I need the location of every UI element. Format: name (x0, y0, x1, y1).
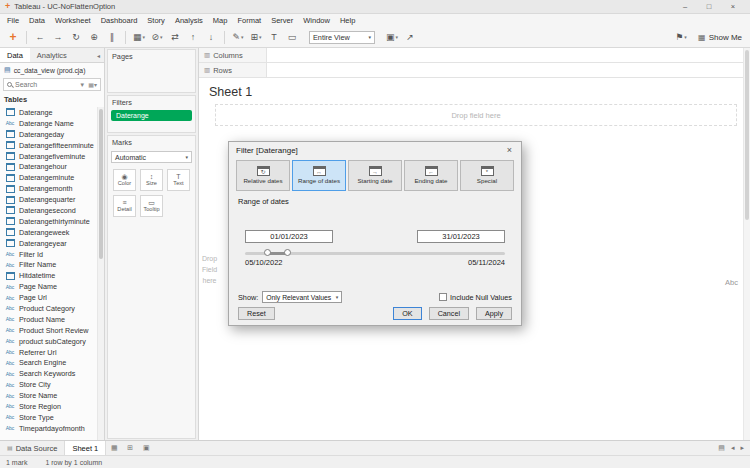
end-date-input[interactable] (417, 230, 505, 243)
Referrer Url[interactable]: Referrer Url (0, 347, 97, 358)
data-source-connection[interactable]: ▤ cc_data_view (prod.cja) (0, 63, 104, 77)
menu-item[interactable]: Story (142, 16, 170, 25)
Store Name[interactable]: Store Name (0, 390, 97, 401)
Store Region[interactable]: Store Region (0, 401, 97, 412)
Daterangeweek[interactable]: Daterangeweek (0, 227, 97, 238)
tab-data[interactable]: Data (0, 48, 30, 62)
show-mark-labels-icon[interactable]: T (267, 29, 281, 45)
show-filmstrip-button[interactable]: ▤ (718, 444, 725, 452)
filter-funnel-icon[interactable]: ▼ (79, 82, 85, 88)
scrollbar-thumb[interactable] (745, 50, 749, 220)
Daterangefiveminute[interactable]: Daterangefiveminute (0, 151, 97, 162)
Store City[interactable]: Store City (0, 379, 97, 390)
tooltip-button[interactable]: ▭ Tooltip (140, 195, 163, 217)
Search Engine[interactable]: Search Engine (0, 357, 97, 368)
new-worksheet-icon[interactable]: ▦ (132, 29, 146, 45)
swap-axes-icon[interactable]: ⇄ (168, 29, 182, 45)
close-button[interactable]: × (721, 2, 745, 11)
data-pane-scrollbar[interactable] (97, 107, 104, 440)
sort-descending-icon[interactable]: ↓ (204, 29, 218, 45)
view-options-icon[interactable]: ▦▾ (88, 82, 97, 88)
menu-item[interactable]: Dashboard (96, 16, 143, 25)
Daterangethirtyminute[interactable]: Daterangethirtyminute (0, 216, 97, 227)
pages-card[interactable]: Pages (107, 49, 196, 93)
new-dashboard-tab-button[interactable]: ⊞ (122, 441, 138, 455)
Product Short Review[interactable]: Product Short Review (0, 325, 97, 336)
Daterangeyear[interactable]: Daterangeyear (0, 238, 97, 249)
show-values-dropdown[interactable]: Only Relevant Values ▾ (262, 291, 342, 303)
close-icon[interactable]: × (505, 146, 514, 155)
Daterangefifteenminute[interactable]: Daterangefifteenminute (0, 140, 97, 151)
Daterangehour[interactable]: Daterangehour (0, 161, 97, 172)
detail-button[interactable]: ≡ Detail (113, 195, 136, 217)
Page Url[interactable]: Page Url (0, 292, 97, 303)
cancel-button[interactable]: Cancel (429, 307, 469, 320)
Daterangeday[interactable]: Daterangeday (0, 129, 97, 140)
share-icon[interactable]: ↗ (403, 29, 417, 45)
highlight-icon[interactable]: ✎ (231, 29, 245, 45)
scrollbar-thumb[interactable] (99, 109, 103, 259)
show-me-button[interactable]: ▦ Show Me (698, 33, 742, 42)
tab-scroll-left-button[interactable]: ◂ (731, 444, 735, 452)
minimize-button[interactable]: – (673, 2, 697, 11)
menu-item[interactable]: Server (266, 16, 298, 25)
ok-button[interactable]: OK (393, 307, 421, 320)
drop-field-zone-left[interactable]: Drop Field here (200, 253, 219, 287)
Daterange Name[interactable]: Daterange Name (0, 118, 97, 129)
canvas-scrollbar[interactable] (743, 48, 750, 440)
reset-button[interactable]: Reset (238, 307, 275, 320)
Daterangequarter[interactable]: Daterangequarter (0, 194, 97, 205)
Daterange[interactable]: Daterange (0, 107, 97, 118)
columns-shelf[interactable]: ▥ Columns (199, 48, 750, 63)
Daterangeminute[interactable]: Daterangeminute (0, 172, 97, 183)
search-input[interactable] (15, 81, 76, 88)
tab-data-source[interactable]: ▤ Data Source (0, 441, 65, 455)
Product Category[interactable]: Product Category (0, 303, 97, 314)
Filter Name[interactable]: Filter Name (0, 259, 97, 270)
Page Name[interactable]: Page Name (0, 281, 97, 292)
product subCategory[interactable]: product subCategory (0, 336, 97, 347)
menu-item[interactable]: Data (24, 16, 50, 25)
group-icon[interactable]: ⊞ (249, 29, 263, 45)
new-story-tab-button[interactable]: ▣ (138, 441, 154, 455)
presentation-mode-icon[interactable]: ▣ (385, 29, 399, 45)
date-range-slider[interactable] (245, 249, 505, 257)
Product Name[interactable]: Product Name (0, 314, 97, 325)
menu-item[interactable]: Analysis (170, 16, 208, 25)
tableau-logo-icon[interactable]: + (6, 29, 20, 45)
Hitdatetime[interactable]: Hitdatetime (0, 270, 97, 281)
menu-item[interactable]: File (2, 16, 24, 25)
filter-type-tab[interactable]: * Special (460, 160, 514, 191)
text-button[interactable]: T Text (167, 169, 190, 191)
apply-button[interactable]: Apply (476, 307, 512, 320)
filter-type-tab[interactable]: ← Ending date (404, 160, 458, 191)
menu-item[interactable]: Window (298, 16, 335, 25)
rows-shelf[interactable]: ▥ Rows (199, 63, 750, 78)
clear-sheet-icon[interactable]: ⊘ (150, 29, 164, 45)
menu-item[interactable]: Worksheet (50, 16, 96, 25)
Timepartdayofmonth[interactable]: Timepartdayofmonth (0, 423, 97, 434)
tab-scroll-right-button[interactable]: ▸ (740, 444, 744, 452)
size-button[interactable]: ↕ Size (140, 169, 163, 191)
color-button[interactable]: ◉ Color (113, 169, 136, 191)
drop-field-zone-top[interactable]: Drop field here (215, 104, 737, 126)
new-worksheet-tab-button[interactable]: ▦ (106, 441, 122, 455)
tab-sheet-1[interactable]: Sheet 1 (65, 441, 106, 455)
include-null-checkbox[interactable] (439, 293, 447, 301)
Store Type[interactable]: Store Type (0, 412, 97, 423)
tab-analytics[interactable]: Analytics (30, 48, 74, 62)
menu-item[interactable]: Help (335, 16, 360, 25)
tooltip-flag-icon[interactable]: ⚑ (674, 29, 688, 45)
filter-pill[interactable]: Daterange (111, 110, 192, 121)
menu-item[interactable]: Format (232, 16, 266, 25)
undo-icon[interactable]: ← (33, 29, 47, 45)
Search Keywords[interactable]: Search Keywords (0, 368, 97, 379)
filter-type-tab[interactable]: ↔ Range of dates (292, 160, 346, 191)
redo-icon[interactable]: → (51, 29, 65, 45)
add-data-icon[interactable]: ⊕ (87, 29, 101, 45)
fix-axes-icon[interactable]: ▭ (285, 29, 299, 45)
Daterangesecond[interactable]: Daterangesecond (0, 205, 97, 216)
mark-type-dropdown[interactable]: Automatic ▾ (111, 151, 192, 163)
Filter Id[interactable]: Filter Id (0, 249, 97, 260)
filter-type-tab[interactable]: ↻ Relative dates (236, 160, 290, 191)
